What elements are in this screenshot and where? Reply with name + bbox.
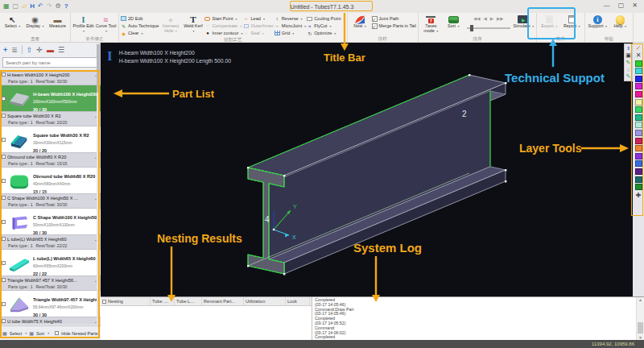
2d-edit-button[interactable]: 2D Edit — [121, 15, 159, 22]
item-checkbox[interactable] — [2, 261, 6, 265]
simulation-slider[interactable] — [465, 25, 512, 31]
layer-box-icon[interactable]: ▣ — [625, 52, 631, 59]
rewind-button[interactable]: ◀◀ — [473, 16, 480, 21]
grid-button[interactable]: Grid▾ — [275, 30, 307, 36]
profile-edit-button[interactable]: IProfile Edit ▾ — [72, 14, 94, 35]
brush-icon[interactable]: ✎ — [626, 73, 631, 80]
part-item-hbeam[interactable]: H-beam Width100 X Height200200mmX100mmX5… — [0, 85, 101, 111]
support-button[interactable]: iSupport ▾ — [587, 14, 609, 35]
layer-color-swatch-13[interactable] — [635, 160, 642, 167]
layer-color-swatch-1[interactable] — [635, 68, 642, 74]
nesting-results-body[interactable] — [101, 306, 312, 340]
part-group-header[interactable]: Obround tube Width80 X R20⌄ — [0, 152, 101, 160]
undo-icon[interactable]: ↶ — [38, 2, 43, 10]
sort-button[interactable]: Sort ▾ — [443, 14, 464, 35]
part-item-c-shape[interactable]: C Shape Width100 X Height5050mmX100mmX10… — [0, 209, 101, 234]
hide-nested-checkbox[interactable] — [55, 331, 59, 335]
close-button[interactable]: ✕ — [632, 2, 638, 9]
scroll-up-icon[interactable]: ▲ — [637, 297, 644, 302]
microjoint-button[interactable]: ↔MicroJoint▾ — [275, 23, 307, 29]
simulate-button[interactable]: ▶Simulate ▾ — [513, 14, 535, 35]
group-checkbox[interactable] — [2, 155, 6, 159]
item-checkbox[interactable] — [2, 138, 6, 142]
report-button[interactable]: Report ▾ — [561, 14, 583, 35]
system-log-panel[interactable]: Completed(03-17 14:05:46)Command:Draw Pa… — [312, 297, 644, 340]
layer-color-swatch-8[interactable] — [635, 122, 642, 128]
seal-button[interactable]: −Seal▾ — [243, 30, 273, 36]
intersect-hole-button[interactable]: ●Intersect Hole ▾ — [159, 14, 181, 36]
group-checkbox[interactable] — [2, 72, 6, 77]
new-file-icon[interactable]: ▢ — [13, 2, 19, 10]
viewport-3d[interactable]: I H-beam Width100 X Height200 H-beam Wid… — [101, 43, 633, 296]
delete-part-button[interactable]: ▬ — [47, 46, 54, 54]
nest-button[interactable]: Nest ▾ — [349, 14, 371, 35]
app-logo-icon[interactable]: ▦ — [3, 2, 10, 10]
save-icon[interactable]: H — [30, 2, 35, 10]
group-checkbox[interactable] — [2, 237, 6, 241]
select-button[interactable]: ↖Select ▾ — [2, 14, 23, 35]
layer-color-swatch-14[interactable] — [635, 168, 642, 175]
part-group-header[interactable]: Triangle Width97.457 X Height56...⌄ — [0, 276, 101, 284]
item-checkbox[interactable] — [2, 220, 6, 224]
layer-color-swatch-4[interactable] — [635, 91, 642, 97]
search-input[interactable] — [3, 60, 97, 65]
measure-button[interactable]: ▬Measure — [47, 14, 68, 35]
part-library-button[interactable]: ≣ — [11, 46, 18, 54]
flycut-button[interactable]: »FlyCut▾ — [307, 23, 345, 29]
layer-color-swatch-5[interactable] — [635, 99, 642, 106]
circle-tool-icon[interactable]: ○ — [626, 67, 630, 72]
column-header-nesting[interactable]: Nesting — [101, 297, 151, 305]
7axes-mode-button[interactable]: 77axes mode ▾ — [420, 14, 442, 35]
layer-color-swatch-7[interactable] — [635, 114, 642, 121]
hbeam-3d-model[interactable]: 2 4 Y X — [101, 43, 633, 296]
part-list-scrollbar[interactable] — [97, 43, 100, 340]
layer-color-swatch-6[interactable] — [635, 106, 642, 113]
layer-color-swatch-0[interactable] — [635, 60, 642, 67]
merge-parts-in-tail-button[interactable]: ✓Merge Parts in Tail — [372, 23, 416, 29]
part-group-header[interactable]: C Shape Width100 X Height50 X ...⌄ — [0, 193, 101, 201]
layer-color-swatch-15[interactable] — [635, 176, 642, 183]
help-button[interactable]: Help ▾ — [609, 14, 631, 35]
column-header-utilization[interactable]: Utilization — [244, 297, 286, 305]
part-item-triangle[interactable]: Triangle Width97.457 X Height56.6456.64m… — [0, 291, 101, 317]
optimize-button[interactable]: ↻Optimize▾ — [307, 30, 345, 36]
part-item-square-tube[interactable]: Square tube Width30 X R230mmX30mmX115mm2… — [0, 126, 101, 152]
group-checkbox[interactable] — [2, 319, 6, 323]
clear-layer-icon[interactable]: ✕ — [636, 52, 642, 59]
display-button[interactable]: ◉Display ▾ — [24, 14, 46, 35]
nesting-select-all-checkbox[interactable] — [102, 300, 106, 304]
inner-contour-button[interactable]: ●Inner contour▾ — [204, 30, 242, 36]
layer-color-swatch-12[interactable] — [635, 153, 642, 160]
column-header-tube-l[interactable]: Tube L... — [175, 297, 202, 305]
step-forward-button[interactable]: ▶ — [490, 16, 493, 21]
joint-path-button[interactable]: ✓Joint Path — [372, 15, 416, 22]
open-folder-icon[interactable]: ▱ — [22, 2, 27, 10]
apply-layer-icon[interactable]: ✓ — [636, 44, 642, 52]
reverse-button[interactable]: ↕Reverse▾ — [275, 15, 307, 22]
part-group-header[interactable]: L tube(L) Width65 X Height60⌄ — [0, 234, 101, 242]
maximize-button[interactable]: ▢ — [618, 2, 625, 9]
draw-icon[interactable]: ✎ — [626, 60, 631, 66]
item-checkbox[interactable] — [2, 302, 6, 306]
minimize-button[interactable]: — — [604, 2, 610, 9]
item-checkbox[interactable] — [2, 179, 6, 183]
layer-color-swatch-3[interactable] — [635, 83, 642, 89]
column-header-lock[interactable]: Lock — [286, 297, 310, 305]
start-point-button[interactable]: Start Point▾ — [204, 15, 242, 22]
curve-tool-button[interactable]: ≈Curve Tool ▾ — [95, 14, 117, 35]
part-item-obround[interactable]: Obround tube Width80 X R2040mmX80mmX40mm… — [0, 168, 101, 193]
profile-view-icon[interactable]: I — [627, 45, 630, 52]
outer-inner-button[interactable]: Outer/Inner — [243, 23, 273, 29]
redo-icon[interactable]: ↷ — [47, 2, 52, 10]
add-part-button[interactable]: + — [3, 46, 7, 54]
clear-button[interactable]: ◆Clear▾ — [121, 30, 159, 36]
group-checkbox[interactable] — [2, 114, 6, 118]
column-header-remnant-part[interactable]: Remnant Part... — [202, 297, 244, 305]
layer-color-swatch-2[interactable] — [635, 76, 642, 82]
layer-user-icon[interactable]: ✚ — [636, 192, 642, 199]
part-group-header[interactable]: U tube Width75 X Height40⌄ — [0, 317, 101, 325]
step-back-button[interactable]: ◀ — [484, 16, 487, 21]
group-checkbox[interactable] — [2, 278, 6, 282]
layer-color-swatch-16[interactable] — [635, 184, 642, 190]
export-button[interactable]: ↑Export ▾ — [539, 14, 560, 35]
